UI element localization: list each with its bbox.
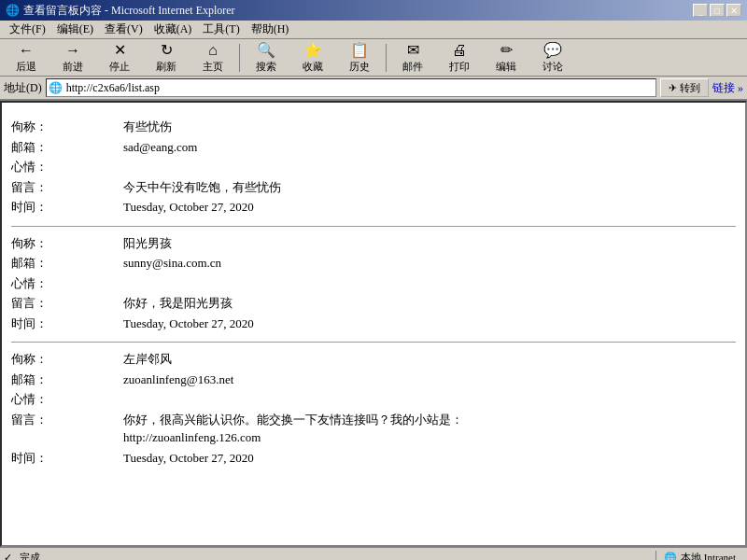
entry-3-time: Tuesday, October 27, 2020: [123, 449, 254, 468]
forward-button[interactable]: → 前进: [50, 41, 95, 75]
menu-help[interactable]: 帮助(H): [246, 21, 295, 38]
refresh-icon: ↻: [161, 41, 173, 59]
entry-3-email-label: 邮箱：: [11, 371, 123, 389]
entry-2-message: 你好，我是阳光男孩: [123, 294, 233, 313]
search-button[interactable]: 🔍 搜索: [244, 41, 289, 75]
search-label: 搜索: [256, 60, 276, 74]
window-controls: _ □ ✕: [693, 4, 741, 17]
entry-2-mood-row: 心情：: [11, 274, 736, 293]
entry-1-message-row: 留言： 今天中午没有吃饱，有些忧伤: [11, 178, 736, 197]
entry-3-time-row: 时间： Tuesday, October 27, 2020: [11, 449, 736, 468]
entry-1-nickname-label: 佝称：: [11, 118, 123, 136]
history-label: 历史: [349, 60, 370, 74]
entry-3-mood-row: 心情：: [11, 390, 736, 409]
home-button[interactable]: ⌂ 主页: [190, 41, 235, 75]
back-icon: ←: [19, 42, 34, 59]
status-check-icon: ✓: [4, 552, 12, 560]
entry-3-message-row: 留言： 你好，很高兴能认识你。能交换一下友情连接吗？我的小站是： http://…: [11, 411, 736, 447]
favorites-button[interactable]: ⭐ 收藏: [290, 41, 335, 75]
zone-icon: 🌐: [664, 552, 677, 560]
go-button[interactable]: ✈ 转到: [660, 78, 709, 97]
minimize-button[interactable]: _: [693, 4, 708, 17]
entry-1-message: 今天中午没有吃饱，有些忧伤: [123, 178, 281, 197]
discuss-button[interactable]: 💬 讨论: [530, 41, 575, 75]
stop-button[interactable]: ✕ 停止: [97, 41, 142, 75]
entry-2-time: Tuesday, October 27, 2020: [123, 315, 254, 333]
entry-3-nickname-row: 佝称： 左岸邻风: [11, 350, 736, 369]
discuss-label: 讨论: [543, 60, 563, 74]
ie-favicon: 🌐: [49, 81, 63, 95]
home-icon: ⌂: [208, 42, 218, 59]
home-label: 主页: [203, 60, 223, 74]
history-button[interactable]: 📋 历史: [337, 41, 382, 75]
menu-file[interactable]: 文件(F): [4, 21, 51, 38]
content-area: 佝称： 有些忧伤 邮箱： sad@eang.com 心情： 留言： 今天中午没有…: [0, 101, 747, 547]
edit-icon: ✏: [500, 41, 513, 59]
entry-3: 佝称： 左岸邻风 邮箱： zuoanlinfeng@163.net 心情： 留言…: [11, 343, 736, 476]
title-bar: 🌐 查看留言板内容 - Microsoft Internet Explorer …: [0, 0, 747, 21]
entry-1-nickname-row: 佝称： 有些忧伤: [11, 118, 736, 136]
edit-label: 编辑: [496, 60, 516, 74]
search-icon: 🔍: [257, 41, 275, 59]
mail-button[interactable]: ✉ 邮件: [390, 41, 435, 75]
toolbar: ← 后退 → 前进 ✕ 停止 ↻ 刷新 ⌂ 主页 🔍 搜索 ⭐ 收藏 📋 历史 …: [0, 39, 747, 77]
entry-3-time-label: 时间：: [11, 449, 123, 468]
refresh-button[interactable]: ↻ 刷新: [144, 41, 189, 75]
entry-1-time-row: 时间： Tuesday, October 27, 2020: [11, 198, 736, 217]
menu-view[interactable]: 查看(V): [99, 21, 148, 38]
favorites-icon: ⭐: [303, 41, 322, 59]
status-zone: 🌐 本地 Intranet: [655, 551, 743, 560]
entry-2: 佝称： 阳光男孩 邮箱： sunny@sina.com.cn 心情： 留言： 你…: [11, 227, 736, 343]
entry-2-email-label: 邮箱：: [11, 254, 123, 273]
zone-text: 本地 Intranet: [681, 551, 736, 560]
entry-1-email: sad@eang.com: [123, 138, 197, 157]
refresh-label: 刷新: [156, 60, 176, 74]
entry-2-message-label: 留言：: [11, 294, 123, 313]
history-icon: 📋: [350, 41, 369, 59]
entry-3-nickname-label: 佝称：: [11, 350, 123, 369]
close-button[interactable]: ✕: [726, 4, 741, 17]
maximize-button[interactable]: □: [710, 4, 725, 17]
address-input[interactable]: 🌐 http://c2x6a6/list.asp: [46, 78, 656, 97]
entry-1-time: Tuesday, October 27, 2020: [123, 198, 254, 217]
discuss-icon: 💬: [543, 41, 562, 59]
entry-1-nickname: 有些忧伤: [123, 118, 172, 136]
window-title: 查看留言板内容 - Microsoft Internet Explorer: [23, 3, 235, 19]
back-label: 后退: [16, 60, 36, 74]
entry-3-mood-label: 心情：: [11, 390, 123, 409]
forward-label: 前进: [63, 60, 83, 74]
back-button[interactable]: ← 后退: [4, 41, 49, 75]
entry-2-email-row: 邮箱： sunny@sina.com.cn: [11, 254, 736, 273]
links-button[interactable]: 链接 »: [712, 80, 743, 96]
entry-1-mood-label: 心情：: [11, 158, 123, 176]
entry-3-message-label: 留言：: [11, 411, 123, 447]
menu-edit[interactable]: 编辑(E): [51, 21, 99, 38]
entry-1-mood-row: 心情：: [11, 158, 736, 176]
entry-3-email: zuoanlinfeng@163.net: [123, 371, 233, 389]
status-bar: ✓ 完成 🌐 本地 Intranet: [0, 547, 747, 560]
entry-2-message-row: 留言： 你好，我是阳光男孩: [11, 294, 736, 313]
status-text: 完成: [16, 551, 652, 560]
address-url: http://c2x6a6/list.asp: [66, 81, 160, 95]
print-button[interactable]: 🖨 打印: [437, 41, 482, 75]
entry-2-email: sunny@sina.com.cn: [123, 254, 221, 273]
toolbar-separator-1: [239, 44, 240, 72]
mail-icon: ✉: [407, 41, 419, 59]
edit-button[interactable]: ✏ 编辑: [484, 41, 529, 75]
entry-3-message: 你好，很高兴能认识你。能交换一下友情连接吗？我的小站是： http://zuoa…: [123, 411, 463, 447]
favorites-label: 收藏: [303, 60, 323, 74]
menu-tools[interactable]: 工具(T): [197, 21, 245, 38]
print-label: 打印: [449, 60, 470, 74]
title-bar-left: 🌐 查看留言板内容 - Microsoft Internet Explorer: [6, 3, 235, 19]
entry-1-email-label: 邮箱：: [11, 138, 123, 157]
ie-icon: 🌐: [6, 4, 20, 18]
forward-icon: →: [65, 42, 80, 59]
menu-favorites[interactable]: 收藏(A): [148, 21, 198, 38]
entry-2-nickname-label: 佝称：: [11, 234, 123, 253]
menu-bar: 文件(F) 编辑(E) 查看(V) 收藏(A) 工具(T) 帮助(H): [0, 21, 747, 39]
entry-3-email-row: 邮箱： zuoanlinfeng@163.net: [11, 371, 736, 389]
address-label: 地址(D): [4, 80, 42, 96]
entry-2-time-label: 时间：: [11, 315, 123, 333]
entry-3-nickname: 左岸邻风: [123, 350, 172, 369]
entry-1-message-label: 留言：: [11, 178, 123, 197]
